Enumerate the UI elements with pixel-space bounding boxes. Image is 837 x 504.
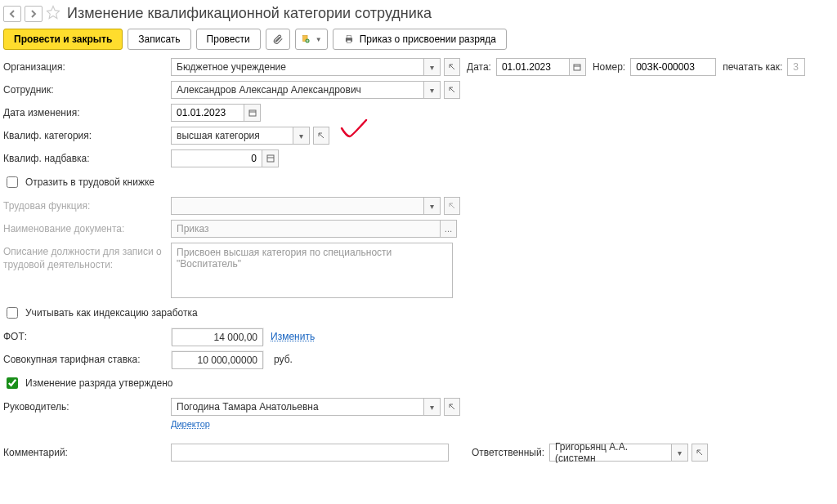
- document-plus-icon: [301, 33, 311, 45]
- org-dropdown-button[interactable]: ▾: [424, 58, 441, 76]
- qual-allow-label: Квалиф. надбавка:: [3, 149, 171, 164]
- org-input[interactable]: Бюджетное учреждение: [171, 58, 424, 76]
- tariff-rate-value: 10 000,00000: [172, 351, 263, 369]
- doc-date-input[interactable]: [496, 58, 570, 76]
- create-from-button[interactable]: ▼: [295, 29, 328, 50]
- indexation-label: Учитывать как индексацию заработка: [25, 307, 198, 319]
- svg-rect-3: [347, 35, 351, 38]
- nav-back-button[interactable]: [3, 6, 21, 22]
- nav-forward-button[interactable]: [25, 6, 43, 22]
- comment-input[interactable]: [171, 444, 449, 462]
- org-label: Организация:: [3, 58, 171, 73]
- employee-open-button[interactable]: [444, 81, 460, 99]
- labor-func-input: [171, 197, 424, 215]
- save-button[interactable]: Записать: [128, 29, 190, 50]
- svg-rect-5: [574, 65, 580, 70]
- labor-func-dropdown-button: ▾: [424, 197, 441, 215]
- pos-desc-label: Описание должности для записи о трудовой…: [3, 243, 171, 271]
- svg-rect-9: [267, 155, 274, 162]
- qual-cat-open-button[interactable]: [313, 127, 329, 145]
- labor-book-checkbox[interactable]: [7, 176, 18, 188]
- paperclip-icon: [272, 33, 284, 45]
- fot-label: ФОТ:: [3, 328, 171, 342]
- svg-rect-4: [347, 40, 351, 43]
- fot-value: 14 000,00: [172, 328, 263, 346]
- qual-cat-dropdown-button[interactable]: ▾: [293, 127, 310, 145]
- employee-dropdown-button[interactable]: ▾: [424, 81, 441, 99]
- employee-label: Сотрудник:: [3, 81, 171, 96]
- responsible-open-button[interactable]: [692, 444, 708, 462]
- manager-title-link[interactable]: Директор: [171, 419, 210, 429]
- manager-dropdown-button[interactable]: ▾: [424, 398, 441, 416]
- responsible-label: Ответственный:: [472, 447, 544, 458]
- attach-button[interactable]: [266, 29, 290, 50]
- employee-input[interactable]: Александров Александр Александрович: [171, 81, 424, 99]
- manager-label: Руководитель:: [3, 398, 171, 413]
- grade-approved-label: Изменение разряда утверждено: [25, 377, 173, 389]
- change-date-calendar-button[interactable]: [244, 104, 261, 122]
- indexation-checkbox[interactable]: [7, 307, 18, 319]
- tariff-rate-label: Совокупная тарифная ставка:: [3, 350, 171, 365]
- favorite-star-icon[interactable]: [46, 5, 60, 22]
- post-button[interactable]: Провести: [196, 29, 261, 50]
- qual-allow-calc-button[interactable]: [262, 149, 279, 167]
- number-label: Номер:: [593, 61, 625, 73]
- svg-rect-7: [249, 110, 256, 116]
- print-as-label: печатать как:: [723, 61, 782, 73]
- date-label: Дата:: [467, 61, 491, 73]
- fot-change-link[interactable]: Изменить: [271, 331, 315, 342]
- doc-name-more-button: …: [441, 220, 457, 238]
- qual-cat-label: Квалиф. категория:: [3, 127, 171, 141]
- post-and-close-button[interactable]: Провести и закрыть: [3, 29, 123, 50]
- grade-approved-checkbox[interactable]: [7, 377, 18, 389]
- qual-cat-input[interactable]: высшая категория: [171, 127, 293, 145]
- labor-func-open-button: [444, 197, 460, 215]
- pos-desc-textarea: [171, 243, 453, 298]
- print-as-input[interactable]: [787, 58, 805, 76]
- doc-name-input: Приказ: [171, 220, 441, 238]
- change-date-label: Дата изменения:: [3, 104, 171, 118]
- labor-func-label: Трудовая функция:: [3, 197, 171, 212]
- change-date-input[interactable]: [171, 104, 244, 122]
- responsible-dropdown-button[interactable]: ▾: [672, 444, 688, 462]
- manager-open-button[interactable]: [444, 398, 460, 416]
- responsible-input[interactable]: Григорьянц А.А. (системн: [549, 444, 672, 462]
- page-title: Изменение квалификационной категории сот…: [67, 5, 432, 22]
- tariff-rate-unit: руб.: [271, 354, 293, 365]
- doc-date-calendar-button[interactable]: [570, 58, 586, 76]
- comment-label: Комментарий:: [3, 444, 171, 458]
- doc-number-input[interactable]: [630, 58, 716, 76]
- printer-icon: [343, 33, 355, 45]
- org-open-button[interactable]: [444, 58, 460, 76]
- doc-name-label: Наименование документа:: [3, 220, 171, 234]
- labor-book-label: Отразить в трудовой книжке: [25, 176, 154, 188]
- manager-input[interactable]: Погодина Тамара Анатольевна: [171, 398, 424, 416]
- print-order-button[interactable]: Приказ о присвоении разряда: [333, 29, 507, 50]
- qual-allow-input[interactable]: [171, 149, 262, 167]
